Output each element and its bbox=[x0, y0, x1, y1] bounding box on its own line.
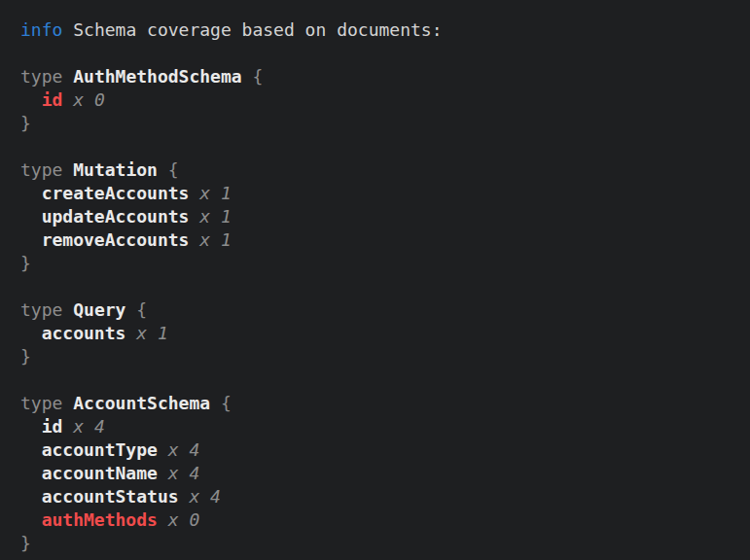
open-brace: { bbox=[221, 393, 232, 413]
close-brace-line: } bbox=[20, 112, 740, 135]
type-declaration-line: type AuthMethodSchema { bbox=[20, 65, 740, 88]
type-declaration-line: type AccountSchema { bbox=[20, 392, 740, 415]
field-name: accountStatus bbox=[42, 486, 179, 507]
field-coverage-line: authMethods x 0 bbox=[42, 508, 740, 532]
field-name: id bbox=[42, 89, 63, 110]
field-name: id bbox=[42, 416, 63, 437]
close-brace: } bbox=[20, 346, 31, 367]
close-brace: } bbox=[20, 253, 31, 273]
usage-count: x 1 bbox=[136, 323, 168, 343]
type-keyword: type bbox=[20, 66, 62, 87]
type-name: Query bbox=[73, 299, 125, 320]
open-brace: { bbox=[136, 299, 147, 320]
type-keyword: type bbox=[20, 299, 62, 320]
close-brace-line: } bbox=[20, 345, 740, 368]
field-name: updateAccounts bbox=[42, 206, 190, 227]
field-name: removeAccounts bbox=[42, 229, 190, 250]
usage-count: x 0 bbox=[73, 89, 105, 110]
field-coverage-line: id x 4 bbox=[42, 415, 740, 438]
field-coverage-line: accountType x 4 bbox=[42, 438, 740, 462]
type-declaration-line: type Query { bbox=[20, 298, 740, 322]
coverage-message: Schema coverage based on documents: bbox=[73, 19, 442, 40]
field-coverage-line: id x 0 bbox=[42, 88, 740, 112]
type-keyword: type bbox=[20, 159, 62, 180]
blank-line bbox=[20, 275, 740, 298]
field-name: accountType bbox=[42, 439, 158, 460]
type-name: Mutation bbox=[73, 159, 158, 180]
info-tag: info bbox=[20, 19, 62, 40]
usage-count: x 1 bbox=[199, 206, 232, 227]
close-brace-line: } bbox=[20, 252, 740, 275]
field-name: accounts bbox=[42, 323, 126, 343]
field-name: authMethods bbox=[42, 509, 158, 530]
field-coverage-line: accounts x 1 bbox=[42, 322, 740, 345]
field-name: accountName bbox=[42, 463, 158, 483]
usage-count: x 0 bbox=[168, 509, 200, 530]
field-coverage-line: createAccounts x 1 bbox=[42, 182, 740, 205]
close-brace: } bbox=[20, 113, 31, 133]
blank-line bbox=[20, 368, 740, 392]
usage-count: x 1 bbox=[199, 229, 232, 250]
usage-count: x 1 bbox=[199, 183, 232, 203]
field-name: createAccounts bbox=[42, 183, 190, 203]
close-brace-line: } bbox=[20, 532, 740, 555]
field-coverage-line: accountName x 4 bbox=[42, 462, 740, 485]
usage-count: x 4 bbox=[73, 416, 105, 437]
field-coverage-line: updateAccounts x 1 bbox=[42, 205, 740, 228]
type-name: AccountSchema bbox=[73, 393, 210, 413]
terminal-output: info Schema coverage based on documents:… bbox=[0, 0, 750, 560]
close-brace: } bbox=[20, 533, 31, 553]
field-coverage-line: removeAccounts x 1 bbox=[42, 228, 740, 252]
blank-line bbox=[20, 135, 740, 158]
usage-count: x 4 bbox=[189, 486, 221, 507]
open-brace: { bbox=[168, 159, 179, 180]
coverage-header-line: info Schema coverage based on documents: bbox=[20, 18, 740, 42]
usage-count: x 4 bbox=[168, 439, 200, 460]
usage-count: x 4 bbox=[168, 463, 200, 483]
field-coverage-line: accountStatus x 4 bbox=[42, 485, 740, 508]
type-name: AuthMethodSchema bbox=[73, 66, 241, 87]
type-keyword: type bbox=[20, 393, 62, 413]
open-brace: { bbox=[252, 66, 263, 87]
type-declaration-line: type Mutation { bbox=[20, 158, 740, 182]
blank-line bbox=[20, 42, 740, 65]
